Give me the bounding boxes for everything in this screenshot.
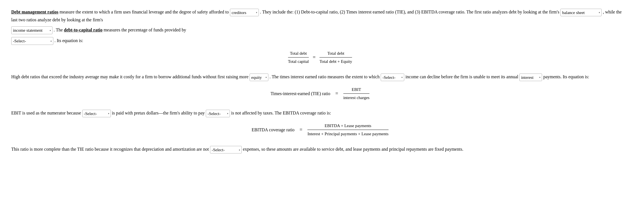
select5-wrapper[interactable]: -Select- cash tax-deductible operating: [210, 146, 242, 154]
section3-text-after-select3: is paid with pretax dollars—the firm's a…: [112, 111, 205, 115]
eq1-lhs-numerator: Total debt: [288, 50, 309, 58]
select5[interactable]: -Select- cash tax-deductible operating: [210, 147, 241, 152]
section3-paragraph: EBIT is used as the numerator because -S…: [11, 109, 629, 117]
select3[interactable]: -Select- interest taxes depreciation: [83, 111, 111, 116]
section2-text-after-equity: . The times interest earned ratio measur…: [270, 74, 380, 79]
eq1-rhs-numerator: Total debt: [319, 50, 352, 58]
section4-text-intro: This ratio is more complete than the TIE…: [11, 147, 209, 152]
select4-wrapper[interactable]: -Select- interest principal dividends: [206, 110, 230, 118]
select2[interactable]: -Select- operating net gross: [381, 75, 404, 80]
section3-text-after-select4: is not affected by taxes. The EBITDA cov…: [231, 111, 331, 115]
tie-denominator: interest charges: [343, 94, 369, 101]
section-3: EBIT is used as the numerator because -S…: [11, 109, 629, 137]
section-4: This ratio is more complete than the TIE…: [11, 146, 629, 153]
equation1-equals: =: [313, 54, 316, 60]
section2-text-after-select2: income can decline before the firm is un…: [405, 74, 519, 79]
tie-fraction: EBIT interest charges: [343, 86, 369, 101]
ebitda-numerator: EBITDA + Lease payments: [307, 122, 389, 130]
equity-select[interactable]: equity debt capital: [250, 75, 268, 80]
equation1-block: Total debt Total capital = Total debt To…: [11, 50, 629, 65]
ebitda-equation: EBITDA coverage ratio = EBITDA + Lease p…: [11, 122, 629, 137]
equation1-rhs: Total debt Total debt + Equity: [319, 50, 352, 65]
tie-equation: Times-interest-earned (TIE) ratio = EBIT…: [11, 86, 629, 101]
balance-sheet-select[interactable]: balance sheet income statement cash flow…: [561, 10, 601, 15]
debt-management-ratios-label: Debt management ratios: [11, 10, 58, 14]
section-1: Debt management ratios measure the exten…: [11, 8, 629, 65]
section-2: High debt ratios that exceed the industr…: [11, 73, 629, 101]
select1[interactable]: -Select- debt equity both debt and equit…: [12, 38, 53, 43]
select3-wrapper[interactable]: -Select- interest taxes depreciation: [82, 110, 111, 118]
select1-wrapper[interactable]: -Select- debt equity both debt and equit…: [11, 37, 53, 45]
section2-paragraph: High debt ratios that exceed the industr…: [11, 73, 629, 81]
section2-text-intro: High debt ratios that exceed the industr…: [11, 74, 248, 79]
creditors-select[interactable]: creditors shareholders managers: [230, 10, 259, 15]
ebitda-label: EBITDA coverage ratio: [252, 126, 294, 134]
section1-paragraph3: -Select- debt equity both debt and equit…: [11, 37, 629, 45]
equity-select-wrapper[interactable]: equity debt capital: [250, 74, 268, 81]
ebitda-fraction: EBITDA + Lease payments Interest + Princ…: [307, 122, 389, 137]
section4-text-after-select5: expenses, so these amounts are available…: [243, 147, 463, 152]
interest-select[interactable]: interest principal lease: [520, 75, 542, 80]
section1-paragraph2: income statement balance sheet cash flow…: [11, 26, 629, 34]
select2-wrapper[interactable]: -Select- operating net gross: [381, 74, 404, 81]
ebitda-denominator: Interest + Principal payments + Lease pa…: [307, 130, 389, 137]
eq1-lhs-denominator: Total capital: [288, 58, 309, 65]
section4-paragraph: This ratio is more complete than the TIE…: [11, 146, 629, 153]
tie-numerator: EBIT: [343, 86, 369, 94]
tie-equals: =: [335, 90, 338, 98]
eq1-rhs-denominator: Total debt + Equity: [319, 58, 352, 65]
income-statement-select-wrapper[interactable]: income statement balance sheet cash flow…: [11, 26, 52, 34]
equation2-block: Times-interest-earned (TIE) ratio = EBIT…: [11, 86, 629, 101]
section1-paragraph: Debt management ratios measure the exten…: [11, 8, 629, 24]
creditors-select-wrapper[interactable]: creditors shareholders managers: [230, 9, 259, 17]
section1-text-after-income: . The: [54, 27, 64, 32]
interest-select-wrapper[interactable]: interest principal lease: [519, 74, 542, 81]
tie-label: Times-interest-earned (TIE) ratio: [271, 90, 330, 97]
ebitda-equals: =: [300, 126, 302, 134]
section1-text-measures: measures the percentage of funds provide…: [102, 27, 186, 32]
section1-text-intro: measure the extent to which a firm uses …: [58, 10, 229, 14]
section3-text-intro: EBIT is used as the numerator because: [11, 111, 81, 115]
section1-text-after-creditors: . They include the: (1) Debt-to-capital …: [260, 10, 559, 14]
select4[interactable]: -Select- interest principal dividends: [206, 111, 230, 116]
debt-to-capital-label: debt-to-capital ratio: [64, 27, 102, 32]
equation1-lhs: Total debt Total capital: [288, 50, 309, 65]
main-content: Debt management ratios measure the exten…: [11, 8, 629, 153]
section1-equation-intro: . Its equation is:: [54, 38, 83, 43]
balance-sheet-select-wrapper[interactable]: balance sheet income statement cash flow…: [560, 9, 602, 17]
income-statement-select[interactable]: income statement balance sheet cash flow…: [12, 28, 52, 33]
equation3-block: EBITDA coverage ratio = EBITDA + Lease p…: [11, 122, 629, 137]
section2-text-after-interest: payments. Its equation is:: [543, 74, 589, 79]
